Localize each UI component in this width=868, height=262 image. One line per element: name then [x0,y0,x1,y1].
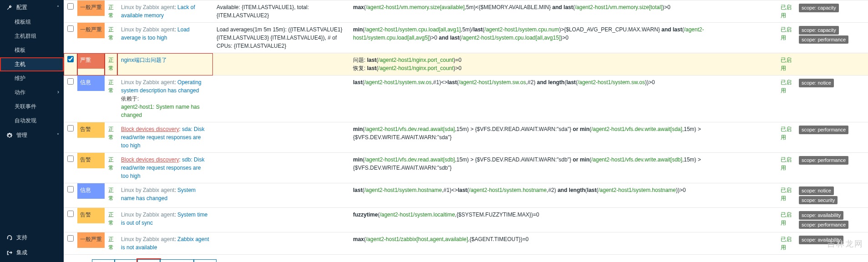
expr-item-link[interactable]: /agent2-host1/vfs.dev.read.await[sdb] [364,156,455,163]
expr-item-link[interactable]: /agent2-host1/system.sw.os [459,79,526,86]
expr-item-link[interactable]: /agent2-host1/nginx.port_count [378,57,453,63]
enable-link[interactable]: 已启用 [781,212,792,226]
row-checkbox[interactable] [67,211,74,217]
footer-button-启用[interactable]: 启用 [92,259,115,262]
row-checkbox[interactable] [67,235,74,242]
sidebar-item-模板组[interactable]: 模板组 [0,15,64,29]
template-link[interactable]: Linux by Zabbix agent [121,26,174,33]
dependency-link[interactable]: agent2-host1: System name has changed [121,104,200,118]
enable-link[interactable]: 已启用 [781,26,792,41]
status-text: 正常 [108,57,114,71]
row-checkbox[interactable] [67,125,74,131]
section-label: 配置 [16,4,27,11]
expr-item-link[interactable]: /agent2-host1/vm.memory.size[available] [366,4,464,10]
chevron-icon: ˅ [57,133,59,138]
template-link[interactable]: Linux by Zabbix agent [121,212,174,218]
template-link[interactable]: Linux by Zabbix agent [121,187,174,193]
expr-item-link[interactable]: /agent2-host1/system.cpu.load[all,avg1] [364,26,460,33]
sidebar-bottom-集成[interactable]: 集成 [0,245,64,260]
main-content: 一般严重正常Linux by Zabbix agent: Lack of ava… [64,0,868,262]
tag-badge: scope: capacity [799,26,839,35]
sidebar-item-维护[interactable]: 维护 [0,71,64,86]
expr-item-link[interactable]: /agent2-host1/system.hostname [469,187,547,193]
enable-link[interactable]: 已启用 [781,236,792,251]
tag-badge: scope: notice [799,79,834,87]
opdata-text: Load averages(1m 5m 15m): ({ITEM.LASTVAL… [217,26,343,49]
sidebar-item-自动发现[interactable]: 自动发现 [0,114,64,128]
status-text: 正常 [108,126,114,141]
footer-button-禁用[interactable]: 禁用 [115,259,137,262]
expr-item-link[interactable]: /agent2-host1/system.cpu.num [484,26,559,33]
row-checkbox[interactable] [67,25,74,32]
expression-cell: min(/agent2-host1/vfs.dev.read.await[sdb… [349,153,777,183]
row-checkbox[interactable] [67,186,74,192]
tag-badge: scope: availability [799,236,843,244]
enable-link[interactable]: 已启用 [781,156,792,171]
footer-button-复制[interactable]: 复制 [137,259,160,262]
table-row: 告警正常Block devices discovery: sdb: Disk r… [64,153,868,183]
chevron-right-icon: › [57,89,59,95]
section-label: 管理 [16,131,27,139]
sidebar-section-管理[interactable]: 管理˅ [0,128,64,143]
template-link[interactable]: Linux by Zabbix agent [121,236,174,242]
sidebar-item-主机[interactable]: 主机 [0,57,64,71]
status-text: 正常 [108,156,114,171]
item-label: 关联事件 [15,103,36,110]
row-checkbox[interactable] [67,156,74,162]
sidebar-item-关联事件[interactable]: 关联事件 [0,100,64,114]
table-row: 告警正常Linux by Zabbix agent: System time i… [64,208,868,232]
sidebar-section-配置[interactable]: 配置˄ [0,0,64,15]
sidebar-bottom-支持[interactable]: 支持 [0,230,64,245]
footer-bar: 1 已选 启用禁用复制批量更新删除 显示 49，共找到 49 [64,254,868,262]
tag-badge: scope: notice [799,186,834,195]
status-text: 正常 [108,26,114,41]
sidebar-item-模板[interactable]: 模板 [0,43,64,57]
tag-badge: scope: performance [799,126,848,134]
expr-item-link[interactable]: /agent2-host1/vfs.dev.write.await[sdb] [591,156,682,163]
status-text: 正常 [108,236,114,251]
row-checkbox[interactable] [67,3,74,10]
discovery-link[interactable]: Block devices discovery [121,126,179,132]
enable-link[interactable]: 已启用 [781,79,792,94]
expr-item-link[interactable]: /agent2-host1/system.hostname [364,187,442,193]
footer-button-删除[interactable]: 删除 [194,259,217,262]
enable-link[interactable]: 已启用 [781,126,792,141]
enable-link[interactable]: 已启用 [781,187,792,202]
expr-item-link[interactable]: /agent2-host1/vfs.dev.write.await[sda] [591,126,682,132]
enable-link[interactable]: 已启用 [781,4,792,19]
expr-item-link[interactable]: /agent2-host1/system.sw.os [364,79,432,86]
expr-item-link[interactable]: /agent2-host1/vm.memory.size[total] [575,4,662,10]
expr-item-link[interactable]: /agent2-host1/nginx.port_count [378,65,453,71]
expression-cell: max(/agent2-host1/vm.memory.size[availab… [349,0,777,23]
footer-button-批量更新[interactable]: 批量更新 [160,259,194,262]
row-checkbox[interactable] [67,78,74,85]
table-row: 严重正常nginx端口出问题了问题: last(/agent2-host1/ng… [64,53,868,76]
item-label: 自动发现 [15,117,36,124]
discovery-link[interactable]: Block devices discovery [121,156,179,163]
tag-badge: scope: performance [799,156,848,165]
template-link[interactable]: Linux by Zabbix agent [121,79,174,86]
template-link[interactable]: Linux by Zabbix agent [121,4,174,10]
sidebar-item-动作[interactable]: 动作› [0,86,64,100]
enable-link[interactable]: 已启用 [781,57,792,71]
expr-item-link[interactable]: /agent2-host1/system.sw.os [578,79,645,86]
gear-icon [6,132,13,139]
expr-item-link[interactable]: /agent2-host1/system.localtime [380,212,455,218]
item-label: 主机群组 [15,33,36,39]
expr-item-link[interactable]: /agent2-host1/vfs.dev.read.await[sda] [364,126,455,132]
expr-item-link[interactable]: /agent2-host1/system.cpu.load[all,avg15] [461,35,560,41]
item-label: 集成 [16,249,27,257]
triggers-table: 一般严重正常Linux by Zabbix agent: Lack of ava… [64,0,868,254]
status-text: 正常 [108,187,114,202]
status-text: 正常 [108,212,114,226]
row-checkbox[interactable] [67,56,74,62]
severity-badge: 信息 [77,76,105,91]
expr-item-link[interactable]: /agent2-host1/system.hostname [598,187,676,193]
expr-item-link[interactable]: /agent2-host1/zabbix[host,agent,availabl… [366,236,468,242]
table-row: 一般严重正常Linux by Zabbix agent: Lack of ava… [64,0,868,23]
item-label: 支持 [16,234,27,242]
sidebar-bottom-帮助[interactable]: 帮助 [0,260,64,262]
severity-badge: 严重 [77,53,105,69]
sidebar-item-主机群组[interactable]: 主机群组 [0,29,64,43]
trigger-name-link[interactable]: nginx端口出问题了 [121,57,167,63]
